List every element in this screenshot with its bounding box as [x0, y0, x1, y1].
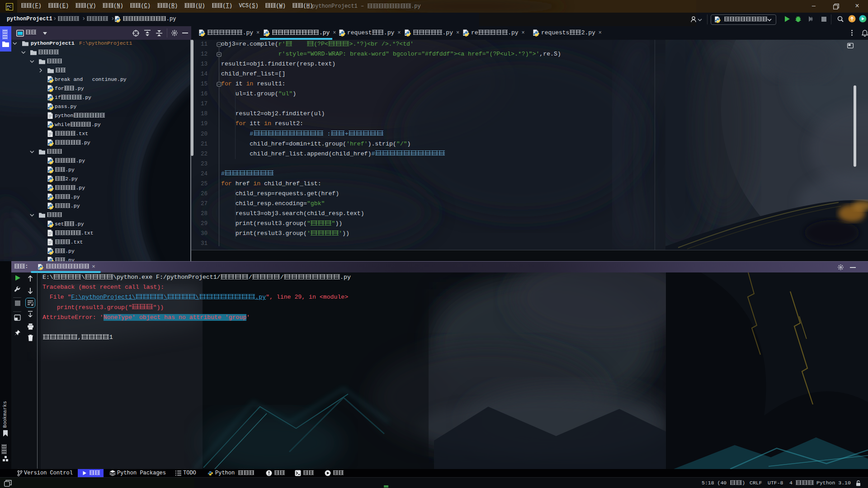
svg-text:PC: PC [7, 5, 12, 9]
